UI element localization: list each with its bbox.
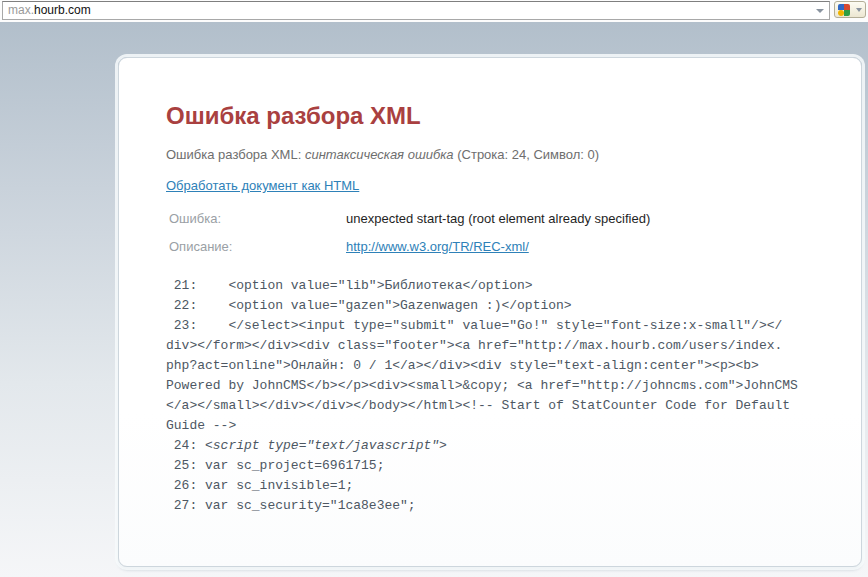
code-line: Powered by JohnCMS</b></p><div><small>&c… (166, 376, 821, 396)
code-line: 21: <option value="lib">Библиотека</opti… (166, 276, 821, 296)
code-line: 25: var sc_project=6961715; (166, 456, 821, 476)
detail-value: unexpected start-tag (root element alrea… (346, 211, 650, 226)
source-code-block: 21: <option value="lib">Библиотека</opti… (166, 276, 821, 516)
code-line: </a></small></div></div></body></html><!… (166, 396, 821, 416)
code-line: 26: var sc_invisible=1; (166, 476, 821, 496)
code-line: 23: </select><input type="submit" value=… (166, 316, 821, 336)
code-line: div></form></div><div class="footer"><a … (166, 336, 821, 356)
summary-location: (Строка: 24, Символ: 0) (454, 147, 600, 162)
address-domain-prefix: max. (8, 3, 34, 17)
address-domain-main: hourb.com (34, 3, 91, 17)
address-dropdown-arrow-icon[interactable] (816, 9, 824, 13)
render-as-html-link[interactable]: Обработать документ как HTML (166, 178, 359, 193)
code-line: 22: <option value="gazen">Gazenwagen :)<… (166, 296, 821, 316)
search-engine-button[interactable] (834, 1, 866, 18)
page-title: Ошибка разбора XML (166, 102, 821, 130)
summary-prefix: Ошибка разбора XML: (166, 147, 305, 162)
detail-value-link[interactable]: http://www.w3.org/TR/REC-xml/ (346, 239, 529, 254)
code-line: 24: <script type="text/javascript"> (166, 436, 821, 456)
error-summary: Ошибка разбора XML: синтаксическая ошибк… (166, 147, 821, 163)
summary-error-kind: синтаксическая ошибка (305, 147, 454, 162)
detail-label: Ошибка: (169, 211, 346, 227)
search-dropdown-arrow-icon[interactable] (856, 8, 862, 12)
detail-label: Описание: (169, 239, 346, 255)
xml-error-card: Ошибка разбора XML Ошибка разбора XML: с… (118, 57, 862, 567)
detail-row: Описание:http://www.w3.org/TR/REC-xml/ (169, 236, 821, 264)
code-line: 27: var sc_security="1ca8e3ee"; (166, 496, 821, 516)
page-background: Ошибка разбора XML Ошибка разбора XML: с… (0, 22, 868, 577)
address-bar[interactable]: max.hourb.com (2, 1, 830, 20)
error-details-table: Ошибка:unexpected start-tag (root elemen… (169, 208, 821, 264)
google-icon (838, 4, 850, 16)
code-line: Guide --> (166, 416, 821, 436)
browser-top-bar: max.hourb.com (0, 0, 868, 22)
action-link-row: Обработать документ как HTML (166, 177, 821, 194)
code-line: php?act=online">Онлайн: 0 / 1</a></div><… (166, 356, 821, 376)
detail-row: Ошибка:unexpected start-tag (root elemen… (169, 208, 821, 236)
